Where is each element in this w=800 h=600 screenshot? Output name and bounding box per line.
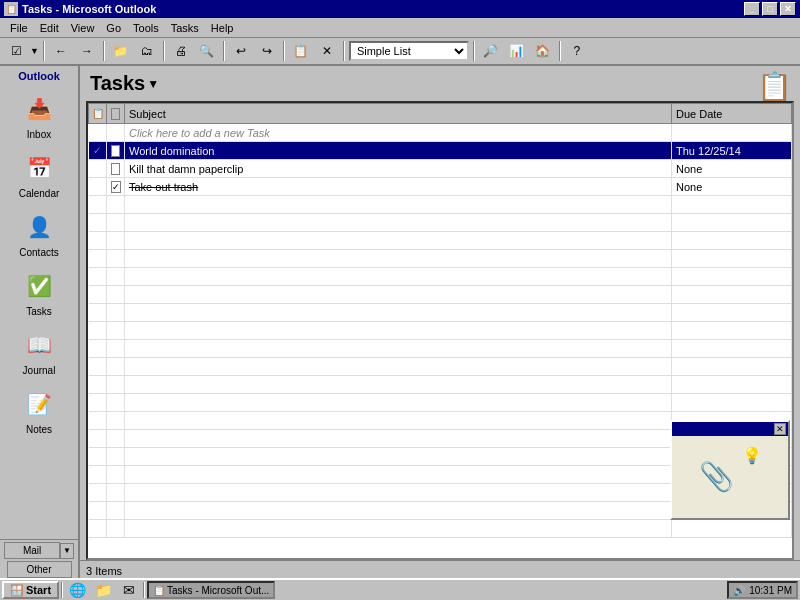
- task2-subject[interactable]: Kill that damn paperclip: [125, 160, 672, 178]
- menu-file[interactable]: File: [4, 20, 34, 36]
- toolbar: ☑ ▼ ← → 📁 🗂 🖨 🔍 ↩ ↪ 📋 ✕ Simple List 🔎 📊 …: [0, 38, 800, 66]
- clippy-bulb: 💡: [742, 446, 762, 465]
- sidebar-label-notes: Notes: [26, 424, 52, 435]
- address-button[interactable]: 🏠: [531, 40, 555, 62]
- table-row-empty: [89, 358, 792, 376]
- print-button[interactable]: 🖨: [169, 40, 193, 62]
- task1-checkbox[interactable]: [111, 145, 120, 157]
- taskbar: 🪟 Start 🌐 📁 ✉ 📋 Tasks - Microsoft Out...…: [0, 578, 800, 600]
- table-row-empty: [89, 394, 792, 412]
- menu-go[interactable]: Go: [100, 20, 127, 36]
- tasks-icon: ✅: [21, 268, 57, 304]
- taskbar-ie-icon[interactable]: 🌐: [65, 581, 89, 599]
- copy-button[interactable]: 📋: [289, 40, 313, 62]
- menu-help[interactable]: Help: [205, 20, 240, 36]
- clippy-close-button[interactable]: ✕: [774, 423, 786, 435]
- folder-button[interactable]: 📁: [109, 40, 133, 62]
- forward-button[interactable]: →: [75, 40, 99, 62]
- task2-checkbox[interactable]: [111, 163, 120, 175]
- menu-view[interactable]: View: [65, 20, 101, 36]
- task3-check-cell[interactable]: ✓: [107, 178, 125, 196]
- taskbar-sep2: [143, 582, 145, 598]
- view-dropdown[interactable]: Simple List: [349, 41, 469, 61]
- clipboard-icon: 📋: [757, 71, 792, 102]
- sidebar-item-journal[interactable]: 📖 Journal: [4, 322, 74, 381]
- clippy-titlebar: ✕: [672, 422, 788, 436]
- task3-subject[interactable]: Take out trash: [125, 178, 672, 196]
- sidebar-label-inbox: Inbox: [27, 129, 51, 140]
- task3-checkbox[interactable]: ✓: [111, 181, 121, 193]
- folder2-button[interactable]: 🗂: [135, 40, 159, 62]
- col-header-subject[interactable]: Subject: [125, 104, 672, 124]
- calendar-icon: 📅: [21, 150, 57, 186]
- taskbar-sep: [61, 582, 63, 598]
- task1-icon-cell: ✓: [89, 142, 107, 160]
- tasks-title-text: Tasks: [90, 72, 145, 95]
- sidebar-label-calendar: Calendar: [19, 188, 60, 199]
- sidebar-label-contacts: Contacts: [19, 247, 58, 258]
- toolbar-sep-6: [343, 41, 345, 61]
- maximize-button[interactable]: □: [762, 2, 778, 16]
- sidebar-item-notes[interactable]: 📝 Notes: [4, 381, 74, 440]
- new-task-icon-cell: [89, 124, 107, 142]
- mail-button[interactable]: Mail: [4, 542, 60, 559]
- journal-icon: 📖: [21, 327, 57, 363]
- back-button[interactable]: ←: [49, 40, 73, 62]
- taskbar-tray: 🔊 10:31 PM: [727, 581, 798, 599]
- new-task-subject[interactable]: Click here to add a new Task: [125, 124, 672, 142]
- new-task-check-cell: [107, 124, 125, 142]
- inbox-icon: 📥: [21, 91, 57, 127]
- close-button[interactable]: ✕: [780, 2, 796, 16]
- task2-icon-cell: [89, 160, 107, 178]
- menu-tools[interactable]: Tools: [127, 20, 165, 36]
- new-task-row[interactable]: Click here to add a new Task: [89, 124, 792, 142]
- task1-subject[interactable]: World domination: [125, 142, 672, 160]
- taskbar-active-window[interactable]: 📋 Tasks - Microsoft Out...: [147, 581, 275, 599]
- table-row-empty: [89, 214, 792, 232]
- clippy-popup: ✕ 📎 💡: [670, 420, 790, 520]
- sidebar-item-contacts[interactable]: 👤 Contacts: [4, 204, 74, 263]
- undo-button[interactable]: ↩: [229, 40, 253, 62]
- redo-button[interactable]: ↪: [255, 40, 279, 62]
- table-row[interactable]: Kill that damn paperclip None: [89, 160, 792, 178]
- delete-button[interactable]: ✕: [315, 40, 339, 62]
- tasks-dropdown-arrow[interactable]: ▼: [147, 77, 159, 91]
- col-header-check: [107, 104, 125, 124]
- new-button[interactable]: ☑: [4, 40, 28, 62]
- table-row[interactable]: ✓ World domination Thu 12/25/14: [89, 142, 792, 160]
- start-button[interactable]: 🪟 Start: [2, 581, 59, 599]
- table-row-empty: [89, 268, 792, 286]
- table-row-empty: [89, 322, 792, 340]
- help-button[interactable]: ?: [565, 40, 589, 62]
- find-button[interactable]: 🔎: [479, 40, 503, 62]
- tasks-header: Tasks ▼ 📋: [80, 66, 800, 101]
- taskbar-mail-icon[interactable]: ✉: [117, 581, 141, 599]
- table-row[interactable]: ✓ Take out trash None: [89, 178, 792, 196]
- toolbar-sep-8: [559, 41, 561, 61]
- col-header-due[interactable]: Due Date: [672, 104, 792, 124]
- other-button[interactable]: Other: [7, 561, 72, 578]
- menu-tasks[interactable]: Tasks: [165, 20, 205, 36]
- sidebar-item-tasks[interactable]: ✅ Tasks: [4, 263, 74, 322]
- task3-icon-cell: [89, 178, 107, 196]
- preview-button[interactable]: 🔍: [195, 40, 219, 62]
- toolbar-sep-7: [473, 41, 475, 61]
- taskbar-explorer-icon[interactable]: 📁: [91, 581, 115, 599]
- menu-edit[interactable]: Edit: [34, 20, 65, 36]
- sidebar-label-journal: Journal: [23, 365, 56, 376]
- task1-check-cell[interactable]: [107, 142, 125, 160]
- task2-check-cell[interactable]: [107, 160, 125, 178]
- sidebar-scroll-btn[interactable]: ▼: [60, 543, 74, 559]
- sidebar-header: Outlook: [18, 70, 60, 82]
- clippy-figure: 📎: [699, 463, 734, 491]
- sidebar-item-inbox[interactable]: 📥 Inbox: [4, 86, 74, 145]
- sidebar: Outlook 📥 Inbox 📅 Calendar 👤 Contacts ✅ …: [0, 66, 80, 580]
- minimize-button[interactable]: _: [744, 2, 760, 16]
- status-bar: 3 Items: [80, 560, 800, 580]
- col-header-icon: 📋: [89, 104, 107, 124]
- table-row-empty: [89, 286, 792, 304]
- sidebar-item-calendar[interactable]: 📅 Calendar: [4, 145, 74, 204]
- clippy-content: 📎 💡: [672, 436, 788, 518]
- table-row-empty: [89, 196, 792, 214]
- orgchart-button[interactable]: 📊: [505, 40, 529, 62]
